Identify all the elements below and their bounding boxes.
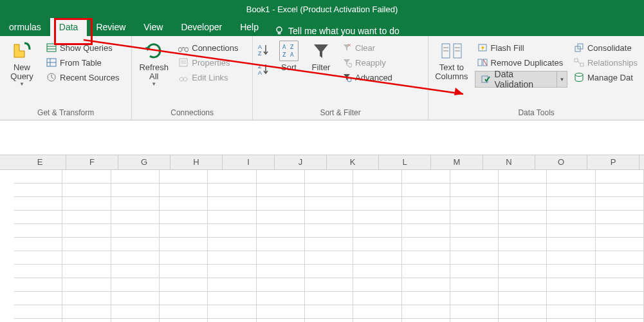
cell[interactable] bbox=[257, 184, 305, 197]
cell[interactable] bbox=[305, 170, 353, 184]
cell[interactable] bbox=[547, 305, 595, 319]
cell-row[interactable] bbox=[0, 319, 644, 322]
cell[interactable] bbox=[208, 184, 256, 197]
cell[interactable] bbox=[208, 265, 256, 278]
cell[interactable] bbox=[305, 211, 353, 224]
cell[interactable] bbox=[14, 197, 62, 211]
flash-fill-button[interactable]: Flash Fill bbox=[475, 41, 567, 54]
cell[interactable] bbox=[257, 170, 305, 184]
cell[interactable] bbox=[596, 211, 644, 224]
cell-row[interactable] bbox=[0, 211, 644, 224]
cell[interactable] bbox=[208, 278, 256, 292]
cell[interactable] bbox=[596, 305, 644, 319]
cell[interactable] bbox=[208, 251, 256, 265]
cell[interactable] bbox=[450, 238, 499, 251]
cell-row[interactable] bbox=[0, 292, 644, 305]
cell[interactable] bbox=[547, 278, 595, 292]
cell[interactable] bbox=[14, 292, 62, 305]
cell[interactable] bbox=[14, 184, 62, 197]
cell[interactable] bbox=[353, 238, 401, 251]
cell[interactable] bbox=[353, 292, 401, 305]
cell[interactable] bbox=[62, 251, 111, 265]
cell[interactable] bbox=[596, 292, 644, 305]
column-header[interactable]: P bbox=[587, 155, 639, 169]
cell[interactable] bbox=[62, 238, 111, 251]
manage-data-model-button[interactable]: Manage Dat bbox=[571, 71, 640, 84]
cell-row[interactable] bbox=[0, 265, 644, 278]
cell[interactable] bbox=[208, 224, 256, 238]
cell[interactable] bbox=[402, 319, 450, 322]
cell[interactable] bbox=[450, 251, 499, 265]
cell[interactable] bbox=[596, 251, 644, 265]
filter-button[interactable]: Filter bbox=[307, 39, 335, 72]
cell[interactable] bbox=[547, 319, 595, 322]
refresh-all-button[interactable]: Refresh All ▼ bbox=[136, 39, 172, 87]
cell[interactable] bbox=[402, 170, 450, 184]
cell[interactable] bbox=[111, 224, 160, 238]
cell[interactable] bbox=[208, 197, 256, 211]
cell[interactable] bbox=[14, 224, 62, 238]
cell[interactable] bbox=[14, 265, 62, 278]
cell[interactable] bbox=[111, 238, 160, 251]
column-header[interactable]: H bbox=[170, 155, 223, 169]
column-header[interactable]: J bbox=[275, 155, 327, 169]
cell[interactable] bbox=[547, 211, 595, 224]
column-header[interactable]: E bbox=[14, 155, 66, 169]
cell[interactable] bbox=[547, 224, 595, 238]
tab-data[interactable]: Data bbox=[50, 18, 87, 36]
cell[interactable] bbox=[353, 184, 401, 197]
cell[interactable] bbox=[499, 211, 547, 224]
cell[interactable] bbox=[596, 319, 644, 322]
cell[interactable] bbox=[257, 251, 305, 265]
cell[interactable] bbox=[499, 238, 547, 251]
column-header[interactable]: G bbox=[118, 155, 170, 169]
column-header[interactable]: I bbox=[223, 155, 275, 169]
cell[interactable] bbox=[208, 170, 256, 184]
column-header[interactable]: F bbox=[66, 155, 118, 169]
text-to-columns-button[interactable]: Text to Columns bbox=[432, 39, 470, 82]
sort-button[interactable]: AZZA Sort bbox=[275, 39, 303, 72]
cell[interactable] bbox=[160, 251, 208, 265]
cell[interactable] bbox=[353, 305, 401, 319]
cell[interactable] bbox=[111, 197, 160, 211]
cell[interactable] bbox=[499, 265, 547, 278]
cell[interactable] bbox=[596, 197, 644, 211]
cell[interactable] bbox=[62, 319, 111, 322]
cell-row[interactable] bbox=[0, 251, 644, 265]
cell-row[interactable] bbox=[0, 224, 644, 238]
cell[interactable] bbox=[160, 265, 208, 278]
cell[interactable] bbox=[14, 319, 62, 322]
advanced-button[interactable]: Advanced bbox=[339, 71, 395, 84]
cell[interactable] bbox=[596, 238, 644, 251]
recent-sources-button[interactable]: Recent Sources bbox=[44, 71, 122, 84]
cell[interactable] bbox=[547, 184, 595, 197]
cell[interactable] bbox=[111, 211, 160, 224]
cell[interactable] bbox=[353, 265, 401, 278]
tab-developer[interactable]: Developer bbox=[172, 18, 231, 36]
column-header[interactable]: N bbox=[483, 155, 535, 169]
cell[interactable] bbox=[305, 251, 353, 265]
new-query-button[interactable]: New Query ▼ bbox=[4, 39, 40, 87]
cell[interactable] bbox=[111, 265, 160, 278]
cell[interactable] bbox=[257, 238, 305, 251]
cell[interactable] bbox=[596, 224, 644, 238]
cell[interactable] bbox=[111, 251, 160, 265]
cell[interactable] bbox=[547, 292, 595, 305]
cell[interactable] bbox=[208, 292, 256, 305]
cell[interactable] bbox=[353, 278, 401, 292]
tell-me-search[interactable]: Tell me what you want to do bbox=[274, 26, 400, 36]
cell[interactable] bbox=[111, 184, 160, 197]
cell[interactable] bbox=[160, 184, 208, 197]
cell[interactable] bbox=[160, 319, 208, 322]
cell[interactable] bbox=[499, 224, 547, 238]
remove-duplicates-button[interactable]: Remove Duplicates bbox=[475, 56, 567, 69]
cell[interactable] bbox=[353, 197, 401, 211]
cell[interactable] bbox=[62, 184, 111, 197]
cell[interactable] bbox=[547, 251, 595, 265]
cell[interactable] bbox=[14, 211, 62, 224]
cell[interactable] bbox=[402, 224, 450, 238]
cell[interactable] bbox=[499, 319, 547, 322]
cell-row[interactable] bbox=[0, 278, 644, 292]
cell[interactable] bbox=[450, 184, 499, 197]
cell[interactable] bbox=[160, 238, 208, 251]
